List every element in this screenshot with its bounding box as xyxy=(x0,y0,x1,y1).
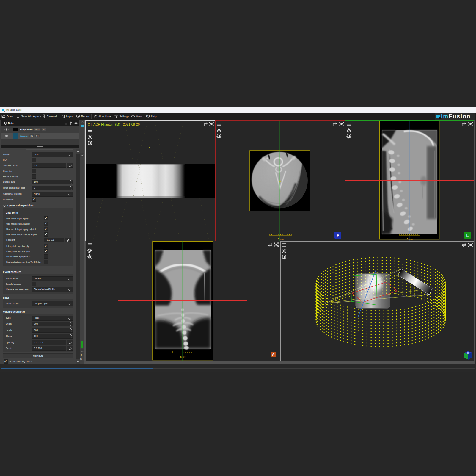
svg-text:5 cm: 5 cm xyxy=(180,355,186,358)
svg-text:A: A xyxy=(272,353,274,356)
svg-text:L: L xyxy=(466,233,469,238)
svg-text:5 cm: 5 cm xyxy=(278,238,284,241)
svg-text:H: H xyxy=(467,352,469,354)
svg-text:F: F xyxy=(337,233,339,238)
svg-text:5 cm: 5 cm xyxy=(407,238,413,241)
svg-text:L: L xyxy=(466,356,467,359)
svg-text:?: ? xyxy=(147,115,149,118)
svg-text:CT: ACR Phantom (M) - 2021-08-: CT: ACR Phantom (M) - 2021-08-20 xyxy=(88,123,140,126)
